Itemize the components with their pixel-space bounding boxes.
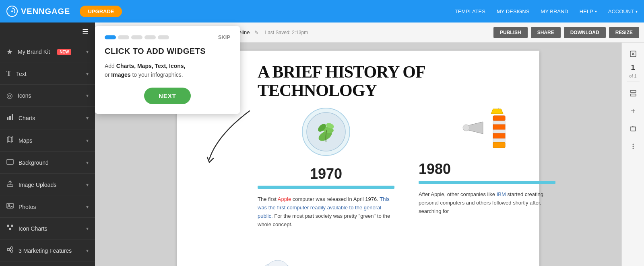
year-1970-bar [258,186,394,189]
download-button[interactable]: DOWNLOAD [564,27,606,38]
svg-rect-9 [7,203,13,208]
svg-rect-47 [631,127,636,131]
text-icon: T [6,70,11,78]
icons-icon: ◎ [6,91,13,100]
logo[interactable]: VENNGAGE [6,6,70,17]
nav-help[interactable]: HELP ▾ [580,8,597,14]
nav-my-brand[interactable]: MY BRAND [541,8,568,14]
progress-dot-1 [105,35,116,39]
share-button[interactable]: SHARE [531,27,561,38]
year-1980-bar [419,181,555,184]
maps-icon [6,136,14,145]
chevron-down-icon: ▾ [86,115,89,121]
sidebar-item-marketing-features[interactable]: 3 Marketing Features ▾ [0,239,95,262]
hamburger-icon: ☰ [82,27,89,36]
chevron-down-icon: ▾ [86,248,89,254]
sidebar-item-icons[interactable]: ◎ Icons ▾ [0,85,95,107]
popup-header: SKIP [105,34,230,40]
sidebar-item-charts[interactable]: Charts ▾ [0,107,95,129]
year-1970-circle-container [258,108,394,161]
svg-point-14 [7,248,10,251]
progress-dot-3 [131,35,142,39]
popup-body: Add Charts, Maps, Text, Icons, or Images… [105,61,230,80]
chevron-down-icon: ▾ [86,93,89,98]
bold-images: Images [111,72,130,78]
nav-templates[interactable]: TEMPLATES [455,8,485,14]
chevron-down-icon: ▾ [86,71,89,77]
bold-charts: Charts, Maps, Text, Icons, [116,63,186,69]
charts-icon [6,113,14,123]
svg-point-28 [463,125,469,131]
svg-point-11 [7,225,9,227]
edit-icon[interactable]: ✎ [254,30,258,35]
svg-rect-32 [493,133,505,138]
more-options-button[interactable] [625,138,641,154]
help-chevron-icon: ▾ [595,9,597,14]
nav-account[interactable]: ACCOUNT ▾ [608,8,638,14]
last-saved-text: Last Saved: 2:13pm [265,30,308,35]
account-chevron-icon: ▾ [636,9,638,14]
publish-button[interactable]: PUBLISH [493,27,528,38]
panel-separator [627,82,640,82]
page-number: 1 [631,63,635,72]
sidebar-item-background[interactable]: Background ▾ [0,152,95,174]
progress-dot-2 [118,35,129,39]
icon-charts-icon [6,224,14,233]
background-icon [6,158,14,167]
svg-point-16 [10,250,13,252]
svg-point-51 [632,144,634,145]
logo-text: VENNGAGE [21,7,70,16]
sidebar: ☰ ★ My Brand Kit NEW ▾ T Text ▾ ◎ Icons [0,23,95,266]
sidebar-item-text[interactable]: T Text ▾ [0,63,95,85]
year-1980-number: 1980 [419,161,555,178]
svg-line-17 [10,248,10,249]
svg-rect-30 [493,116,505,121]
star-icon: ★ [6,47,13,56]
year-1980-illustration [419,108,555,156]
svg-rect-3 [9,116,11,120]
add-page-button[interactable] [625,103,641,119]
nav-my-designs[interactable]: MY DESIGNS [497,8,529,14]
skip-button[interactable]: SKIP [218,34,230,40]
svg-marker-34 [491,109,503,114]
chevron-down-icon: ▾ [86,204,89,210]
layers-button[interactable] [625,85,641,101]
svg-point-12 [11,225,13,227]
svg-rect-44 [630,94,636,96]
zoom-reset-button[interactable] [625,46,641,62]
svg-point-39 [268,260,288,266]
toolbar-action-buttons: PUBLISH SHARE DOWNLOAD RESIZE [493,27,639,38]
svg-point-13 [9,228,11,230]
svg-rect-7 [7,160,13,164]
svg-point-52 [632,146,634,147]
sidebar-menu-button[interactable]: ☰ [0,23,95,41]
sidebar-item-image-uploads[interactable]: Image Uploads ▾ [0,174,95,196]
next-button[interactable]: NEXT [144,88,191,104]
sidebar-item-my-brand-kit[interactable]: ★ My Brand Kit NEW ▾ [0,41,95,63]
side-panel: 1 of 1 [621,43,644,266]
svg-rect-43 [630,90,636,92]
progress-dot-5 [158,35,169,39]
svg-line-18 [10,250,10,251]
tutorial-popup: SKIP CLICK TO ADD WIDGETS Add Charts, Ma… [95,26,240,114]
sidebar-item-maps[interactable]: Maps ▾ [0,129,95,152]
upgrade-button[interactable]: UPGRADE [80,6,122,17]
delete-page-button[interactable] [625,121,641,137]
year-1970-circle [302,108,350,156]
chevron-down-icon: ▾ [86,138,89,143]
logo-icon [6,6,18,17]
svg-point-1 [11,10,13,12]
sidebar-item-icon-charts[interactable]: Icon Charts ▾ [0,218,95,239]
year-1980-text: After Apple, other companies like IBM st… [419,190,555,215]
resize-button[interactable]: RESIZE [609,27,639,38]
year-1970-text: The first Apple computer was released in… [258,195,394,229]
svg-rect-8 [7,185,13,186]
svg-rect-31 [493,125,505,129]
svg-rect-4 [12,114,13,120]
sidebar-item-photos[interactable]: Photos ▾ [0,196,95,218]
svg-point-53 [632,148,634,149]
upload-icon [6,180,14,189]
marketing-icon [6,246,14,255]
chevron-down-icon: ▾ [86,160,89,166]
page-of-text: of 1 [629,74,636,78]
